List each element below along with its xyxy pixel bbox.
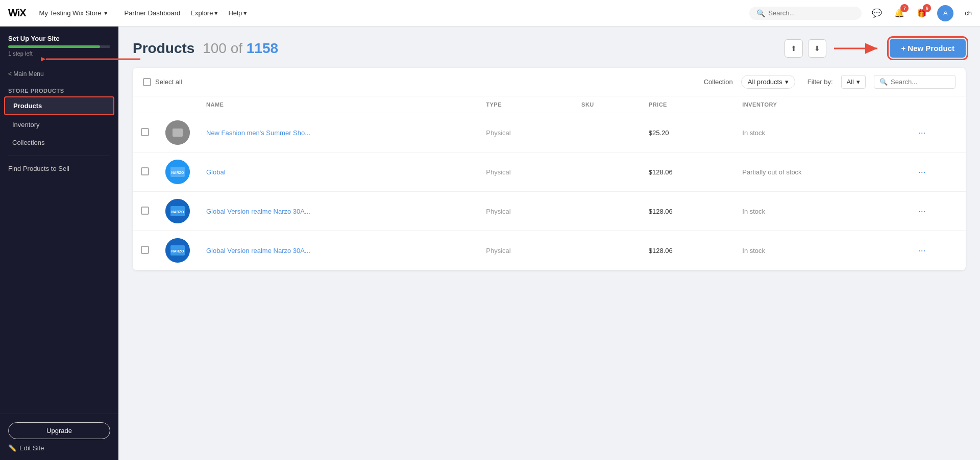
- page-title: Products 100 of 1158: [133, 40, 278, 57]
- select-all-label: Select all: [155, 78, 182, 86]
- product-name[interactable]: Global Version realme Narzo 30A...: [206, 247, 310, 254]
- filter-label: Filter by:: [807, 78, 833, 86]
- row-image-cell: NARZO: [157, 192, 198, 231]
- collection-dropdown[interactable]: All products ▾: [741, 75, 795, 89]
- page-header: Products 100 of 1158 ⬆ ⬇: [133, 39, 966, 58]
- row-type-cell: Physical: [478, 152, 573, 192]
- svg-rect-5: [173, 129, 183, 137]
- sidebar-item-inventory[interactable]: Inventory: [4, 116, 114, 133]
- product-name[interactable]: Global Version realme Narzo 30A...: [206, 208, 310, 215]
- store-selector[interactable]: My Testing Wix Store ▾: [35, 7, 112, 19]
- row-actions-cell: ···: [910, 152, 966, 192]
- explore-link[interactable]: Explore ▾: [190, 9, 218, 17]
- gifts-icon-btn[interactable]: 🎁 6: [915, 6, 929, 20]
- gifts-badge: 6: [923, 4, 931, 12]
- row-inventory-cell: In stock: [734, 231, 910, 270]
- product-img-svg: NARZO: [165, 199, 190, 223]
- sidebar-item-find-products[interactable]: Find Products to Sell: [0, 160, 118, 177]
- product-image: NARZO: [165, 238, 190, 263]
- table-row: NARZO Global Physical $128.06: [133, 152, 966, 192]
- product-name[interactable]: Global: [206, 168, 226, 176]
- product-image: [165, 120, 190, 145]
- table-header: NAME TYPE SKU PRICE INVENTORY: [133, 96, 966, 113]
- sidebar-bottom: Upgrade ✏️ Edit Site: [0, 414, 118, 460]
- product-name[interactable]: New Fashion men's Summer Sho...: [206, 129, 310, 137]
- avatar[interactable]: A: [937, 5, 953, 21]
- pencil-icon: ✏️: [8, 444, 16, 452]
- chat-icon: 💬: [872, 8, 882, 18]
- help-link[interactable]: Help ▾: [228, 9, 247, 17]
- row-more-button[interactable]: ···: [918, 206, 926, 217]
- row-checkbox-cell: [133, 192, 157, 231]
- filter-dropdown[interactable]: All ▾: [841, 75, 866, 89]
- sidebar-item-collections[interactable]: Collections: [4, 134, 114, 151]
- row-checkbox-cell: [133, 113, 157, 152]
- row-type-cell: Physical: [478, 231, 573, 270]
- row-more-button[interactable]: ···: [918, 245, 926, 256]
- col-img: [157, 96, 198, 113]
- progress-bar-fill: [8, 45, 100, 48]
- row-price-cell: $128.06: [641, 192, 734, 231]
- nav-links: Partner Dashboard Explore ▾ Help ▾: [124, 9, 247, 17]
- setup-section: Set Up Your Site 1 step left: [0, 27, 118, 65]
- col-type: TYPE: [478, 96, 573, 113]
- row-name-cell: Global Version realme Narzo 30A...: [198, 192, 478, 231]
- export-button[interactable]: ⬆: [785, 39, 803, 58]
- svg-text:NARZO: NARZO: [172, 249, 184, 253]
- row-checkbox-cell: [133, 152, 157, 192]
- main-menu-link[interactable]: < Main Menu: [0, 65, 118, 83]
- product-image: NARZO: [165, 199, 190, 223]
- table-row: New Fashion men's Summer Sho... Physical…: [133, 113, 966, 152]
- nav-search-input[interactable]: [768, 9, 854, 17]
- import-button[interactable]: ⬇: [808, 39, 826, 58]
- select-all-area: Select all: [143, 78, 182, 86]
- row-checkbox[interactable]: [141, 167, 149, 175]
- row-checkbox[interactable]: [141, 207, 149, 215]
- user-name[interactable]: ch: [965, 9, 972, 17]
- table-search-container: 🔍: [874, 75, 955, 89]
- notifications-badge: 7: [900, 4, 909, 12]
- row-sku-cell: [573, 152, 641, 192]
- row-name-cell: New Fashion men's Summer Sho...: [198, 113, 478, 152]
- wix-logo: WiX: [8, 7, 26, 19]
- row-sku-cell: [573, 192, 641, 231]
- row-actions-cell: ···: [910, 113, 966, 152]
- partner-dashboard-link[interactable]: Partner Dashboard: [124, 9, 180, 17]
- row-sku-cell: [573, 231, 641, 270]
- row-price-cell: $25.20: [641, 113, 734, 152]
- col-check: [133, 96, 157, 113]
- row-type-cell: Physical: [478, 192, 573, 231]
- table-search-input[interactable]: [891, 78, 950, 86]
- svg-text:NARZO: NARZO: [172, 210, 184, 214]
- row-name-cell: Global Version realme Narzo 30A...: [198, 231, 478, 270]
- row-checkbox[interactable]: [141, 128, 149, 136]
- chat-icon-btn[interactable]: 💬: [870, 6, 884, 20]
- new-product-button[interactable]: + New Product: [890, 39, 966, 58]
- row-more-button[interactable]: ···: [918, 167, 926, 177]
- row-more-button[interactable]: ···: [918, 127, 926, 138]
- row-type-cell: Physical: [478, 113, 573, 152]
- edit-site-link[interactable]: ✏️ Edit Site: [8, 444, 110, 452]
- filter-chevron-icon: ▾: [856, 78, 860, 86]
- step-left: 1 step left: [8, 50, 110, 57]
- sidebar-divider: [8, 156, 110, 156]
- table-search-icon: 🔍: [879, 78, 888, 86]
- table-row: NARZO Global Version realme Narzo 30A...…: [133, 192, 966, 231]
- progress-bar-bg: [8, 45, 110, 48]
- row-inventory-cell: In stock: [734, 192, 910, 231]
- setup-title: Set Up Your Site: [8, 35, 110, 42]
- select-all-checkbox[interactable]: [143, 78, 151, 86]
- main-content: Products 100 of 1158 ⬆ ⬇: [118, 27, 980, 460]
- row-image-cell: NARZO: [157, 231, 198, 270]
- page-count: 100 of 1158: [203, 40, 278, 56]
- sidebar-item-products[interactable]: Products: [4, 96, 114, 115]
- chevron-down-icon: ▾: [785, 78, 789, 86]
- table-row: NARZO Global Version realme Narzo 30A...…: [133, 231, 966, 270]
- row-checkbox[interactable]: [141, 246, 149, 254]
- products-table-body: New Fashion men's Summer Sho... Physical…: [133, 113, 966, 270]
- notifications-icon-btn[interactable]: 🔔 7: [892, 6, 906, 20]
- upgrade-button[interactable]: Upgrade: [8, 422, 110, 439]
- row-inventory-cell: Partially out of stock: [734, 152, 910, 192]
- col-sku: SKU: [573, 96, 641, 113]
- product-img-svg: [165, 120, 190, 145]
